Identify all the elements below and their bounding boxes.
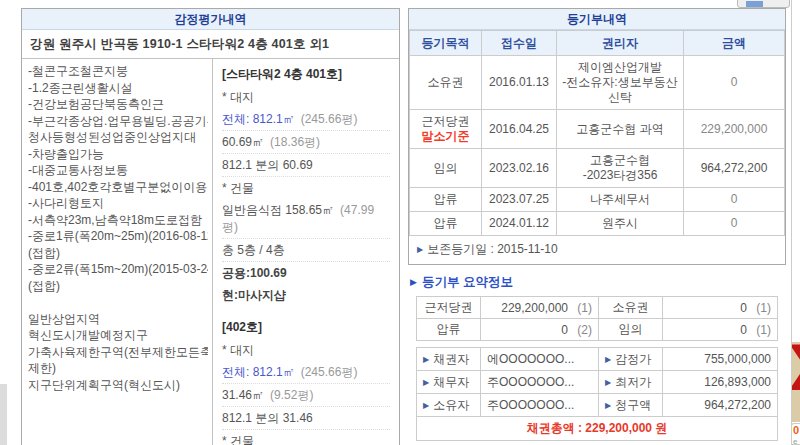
clipped-counter-badge: 0 e: [791, 423, 800, 445]
party-value: 주OOOOOOO...: [481, 394, 599, 417]
summary-counts-table: 근저당권229,200,000(1)소유권0(1)압류0(2)임의0(1): [416, 296, 778, 341]
summary-count: (1): [568, 301, 592, 315]
registry-holder: 원주시: [557, 212, 684, 236]
registry-column-header: 접수일: [482, 31, 557, 56]
summary-value: 0(2): [481, 319, 599, 341]
total-claim-amount: 채권총액 : 229,200,000 원: [417, 417, 778, 441]
bullet-triangle-icon: ▶: [605, 378, 611, 387]
appraisal-note-line: 일반상업지역: [28, 311, 208, 328]
spec-line: * 건물: [222, 177, 390, 199]
spec-value: * 건물: [222, 434, 254, 445]
registry-box: 등기부내역 등기목적접수일권리자금액 소유권2016.01.13제이엠산업개발-…: [408, 8, 786, 265]
party-value: 에OOOOOOO...: [481, 348, 599, 371]
spec-value: 공용:100.69: [222, 266, 287, 280]
registry-row: 임의2023.02.16고흥군수협-2023타경356964,272,200: [410, 149, 785, 188]
registry-holder: 제이엠산업개발-전소유자:생보부동산신탁: [557, 56, 684, 110]
registry-purpose: 근저당권말소기준: [410, 110, 482, 149]
registry-row: 압류2023.07.25나주세무서0: [410, 188, 785, 212]
appraisal-note-line: -1.2종근린생활시설: [28, 80, 208, 97]
summary-party-row: ▶소유자주OOOOOOO...▶청구액964,272,200: [417, 394, 778, 417]
spec-pyeong: (245.66평): [301, 365, 358, 379]
registry-table: 등기목적접수일권리자금액 소유권2016.01.13제이엠산업개발-전소유자:생…: [409, 30, 785, 236]
party-value: 주OOOOOOO...: [481, 371, 599, 394]
registry-purpose: 압류: [410, 188, 482, 212]
spec-value: 일반음식점 158.65㎡: [222, 203, 334, 217]
left-edge-strip: [0, 384, 7, 445]
registry-column-header: 권리자: [557, 31, 684, 56]
registry-amount: 0: [684, 188, 785, 212]
appraisal-note-line: -중로1류(폭20m~25m)(2016-08-12): [28, 228, 208, 245]
registry-panel: 등기부내역 등기목적접수일권리자금액 소유권2016.01.13제이엠산업개발-…: [408, 8, 786, 445]
registry-row: 압류2024.01.12원주시0: [410, 212, 785, 236]
registry-holder: 고흥군수협-2023타경356: [557, 149, 684, 188]
registry-date: 2024.01.12: [482, 212, 557, 236]
registry-amount: 0: [684, 212, 785, 236]
registry-purpose: 소유권: [410, 56, 482, 110]
spec-value: * 대지: [222, 90, 254, 104]
bullet-triangle-icon: ▶: [423, 378, 429, 387]
summary-parties-table: ▶채권자에OOOOOOO...▶감정가755,000,000▶채무자주OOOOO…: [416, 347, 778, 441]
registry-amount: 229,200,000: [684, 110, 785, 149]
appraisal-note-line: -철콘구조철콘지붕: [28, 63, 208, 80]
spec-value: [402호]: [222, 320, 262, 334]
spec-line: * 대지: [222, 339, 390, 361]
spec-line: 일반음식점 158.65㎡(47.99평): [222, 199, 390, 239]
registry-column-header: 등기목적: [410, 31, 482, 56]
spec-pyeong: (18.36평): [270, 135, 320, 149]
spec-pyeong: (9.52평): [270, 388, 313, 402]
spec-value: 전체: 812.1㎡: [222, 112, 295, 126]
summary-value: 0(1): [663, 319, 778, 341]
spec-value: * 대지: [222, 343, 254, 357]
bullet-triangle-icon: ▶: [605, 355, 611, 364]
appraisal-columns: -철콘구조철콘지붕-1.2종근린생활시설-건강보험공단북동측인근-부근각종상업.…: [22, 59, 399, 445]
appraisal-note-line: 제한): [28, 360, 208, 377]
registry-date: 2016.01.13: [482, 56, 557, 110]
price-label: ▶청구액: [599, 394, 663, 417]
appraisal-note-line: -대중교통사정보통: [28, 162, 208, 179]
partial-toolbar-button[interactable]: [737, 0, 790, 8]
price-value: 755,000,000: [663, 348, 778, 371]
registry-header-row: 등기목적접수일권리자금액: [410, 31, 785, 56]
bullet-triangle-icon: ▶: [423, 401, 429, 410]
summary-label: 임의: [599, 319, 663, 341]
total-claim-row: 채권총액 : 229,200,000 원: [417, 417, 778, 441]
appraisal-specs-column: [스타타워2 4층 401호]* 대지전체: 812.1㎡(245.66평)60…: [213, 59, 399, 445]
spec-line: 60.69㎡(18.36평): [222, 131, 390, 154]
appraisal-note-line: -401호,402호각호별구분없이이용중: [28, 179, 208, 196]
spec-line: * 건물: [222, 430, 390, 445]
spec-line: 31.46㎡(9.52평): [222, 384, 390, 407]
spec-line: 전체: 812.1㎡(245.66평): [222, 108, 390, 131]
summary-count: (1): [747, 301, 771, 315]
appraisal-note-line: [28, 294, 208, 311]
registry-purpose: 임의: [410, 149, 482, 188]
summary-label: 압류: [417, 319, 481, 341]
baseline-tag: 말소기준: [412, 129, 479, 144]
registry-row: 소유권2016.01.13제이엠산업개발-전소유자:생보부동산신탁0: [410, 56, 785, 110]
registry-amount: 0: [684, 56, 785, 110]
spec-line: 812.1 분의 60.69: [222, 154, 390, 177]
registry-date: 2023.02.16: [482, 149, 557, 188]
bullet-triangle-icon: ▶: [410, 277, 417, 287]
appraisal-panel-title: 감정평가내역: [22, 9, 399, 30]
party-label: ▶채권자: [417, 348, 481, 371]
appraisal-note-line: -서측약23m,남측약18m도로접함: [28, 212, 208, 229]
clipped-ad-banner[interactable]: X: [792, 342, 800, 422]
preservation-date: 보존등기일 : 2015-11-10: [427, 242, 558, 256]
badge-zero-count: 0: [793, 424, 799, 436]
summary-label: 소유권: [599, 297, 663, 319]
registry-panel-title: 등기부내역: [409, 9, 785, 30]
spec-value: 전체: 812.1㎡: [222, 365, 295, 379]
registry-purpose: 압류: [410, 212, 482, 236]
price-value: 126,893,000: [663, 371, 778, 394]
summary-party-row: ▶채권자에OOOOOOO...▶감정가755,000,000: [417, 348, 778, 371]
spec-value: 총 5층 / 4층: [222, 243, 285, 257]
price-value: 964,272,200: [663, 394, 778, 417]
appraisal-note-line: 청사등형성된성업중인상업지대: [28, 129, 208, 146]
spec-value: 812.1 분의 31.46: [222, 411, 313, 425]
summary-count-row: 압류0(2)임의0(1): [417, 319, 778, 341]
spec-value: * 건물: [222, 181, 254, 195]
appraisal-note-line: -건강보험공단북동측인근: [28, 96, 208, 113]
summary-count-row: 근저당권229,200,000(1)소유권0(1): [417, 297, 778, 319]
appraisal-note-line: (접합): [28, 278, 208, 295]
spec-line: 공용:100.69: [222, 262, 390, 284]
